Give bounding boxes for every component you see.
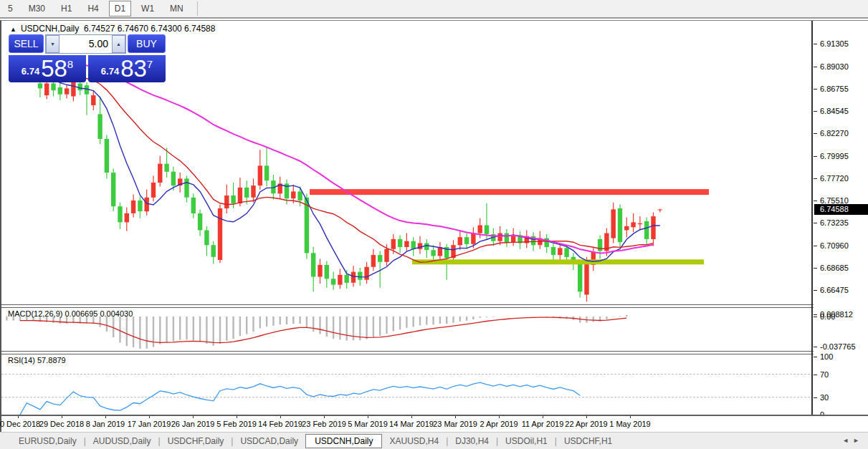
date-tick — [630, 416, 631, 418]
sell-price-main: 58 — [41, 58, 67, 79]
date-axis-label: 11 Apr 2019 — [522, 420, 564, 428]
axis-tick — [814, 44, 817, 44]
date-tick — [280, 416, 281, 418]
price-axis-label: 6.77720 — [820, 174, 849, 183]
volume-spinner: ▼ 5.00 ▲ — [45, 34, 126, 54]
date-tick — [411, 416, 412, 418]
date-tick — [149, 416, 150, 418]
timeframe-toolbar: 5M30H1H4D1W1MN — [0, 0, 868, 19]
sell-price-display[interactable]: 6.74 58 8 — [9, 54, 86, 82]
date-axis-label: 14 Mar 2019 — [389, 420, 434, 428]
macd-axis-label: -0.037765 — [820, 342, 856, 351]
macd-axis-label: 0.00 — [820, 312, 835, 321]
buy-button[interactable]: BUY — [128, 34, 166, 53]
date-tick — [586, 416, 587, 418]
one-click-trading-panel: SELL ▼ 5.00 ▲ BUY 6.74 58 8 6.74 83 7 — [9, 34, 166, 82]
chart-tab-usdoil-h1[interactable]: USDOil,H1 — [498, 434, 555, 448]
chart-window: ▲USDCNH,Daily 6.74527 6.74670 6.74300 6.… — [0, 20, 868, 432]
collapse-triangle-icon[interactable]: ▲ — [10, 26, 16, 33]
macd-indicator-panel[interactable]: MACD(12,26,9) 0.006695 0.004030 — [1, 308, 811, 351]
rsi-canvas[interactable] — [1, 354, 811, 415]
price-axis-label: 6.82270 — [820, 129, 849, 137]
trading-terminal: 5M30H1H4D1W1MN ▲USDCNH,Daily 6.74527 6.7… — [0, 0, 868, 449]
chart-tab-xauusd-h4[interactable]: XAUUSD,H4 — [382, 434, 446, 448]
date-axis-label: 26 Jan 2019 — [171, 420, 215, 428]
price-axis-label: 6.68685 — [820, 264, 849, 272]
chart-tab-dj30-h4[interactable]: DJ30,H4 — [448, 434, 496, 448]
date-axis-label: 5 Mar 2019 — [348, 420, 388, 428]
date-axis-label: 8 Jan 2019 — [86, 420, 125, 428]
sell-button[interactable]: SELL — [9, 34, 44, 53]
axis-tick — [814, 201, 817, 201]
timeframe-button-d1[interactable]: D1 — [109, 1, 131, 16]
date-tick — [105, 416, 106, 418]
volume-decrease-button[interactable]: ▼ — [46, 35, 59, 53]
axis-tick — [814, 347, 817, 347]
chart-tab-eurusd-daily[interactable]: EURUSD,Daily — [11, 434, 84, 448]
date-tick — [499, 416, 500, 418]
timeframe-button-h4[interactable]: H4 — [82, 1, 104, 16]
timeframe-button-m30[interactable]: M30 — [23, 1, 51, 16]
axis-tick — [814, 133, 817, 134]
rsi-label: RSI(14) 57.8879 — [8, 356, 66, 364]
sell-price-prefix: 6.74 — [22, 66, 39, 77]
date-tick — [193, 416, 194, 418]
timeframe-button-h1[interactable]: H1 — [55, 1, 77, 16]
axis-tick — [814, 111, 817, 112]
chart-tab-usdcnh-daily[interactable]: USDCNH,Daily — [305, 434, 382, 448]
chart-tab-usdchf-daily[interactable]: USDCHF,Daily — [161, 434, 232, 448]
axis-tick — [814, 375, 817, 375]
timeframe-button-w1[interactable]: W1 — [135, 1, 160, 16]
date-axis-label: 23 Feb 2019 — [302, 420, 346, 428]
axis-separator-line — [811, 21, 813, 415]
tab-scroll-arrows[interactable]: ◄► — [842, 437, 864, 444]
trade-controls-row: SELL ▼ 5.00 ▲ BUY — [9, 34, 166, 54]
date-tick — [18, 416, 19, 418]
chart-tab-usdcad-daily[interactable]: USDCAD,Daily — [233, 434, 305, 448]
axis-tick — [814, 317, 817, 317]
timeframe-button-5[interactable]: 5 — [2, 1, 19, 16]
axis-tick — [814, 178, 817, 179]
date-axis-label: 23 Mar 2019 — [433, 420, 477, 428]
axis-tick — [814, 246, 817, 246]
price-axis-label: 6.86755 — [820, 85, 849, 93]
date-axis[interactable]: 20 Dec 201829 Dec 20188 Jan 201917 Jan 2… — [1, 415, 868, 433]
date-axis-label: 14 Feb 2019 — [258, 420, 302, 428]
date-tick — [368, 416, 368, 418]
tab-scroll-left-icon: ◄ — [842, 437, 853, 444]
date-axis-label: 20 Dec 2018 — [0, 420, 40, 428]
rsi-axis-label: 70 — [820, 370, 829, 379]
date-tick — [324, 416, 325, 418]
volume-input[interactable]: 5.00 — [59, 35, 112, 53]
chart-title: USDCNH,Daily — [21, 24, 79, 34]
price-axis-label: 6.84545 — [820, 107, 849, 115]
date-axis-label: 5 Feb 2019 — [216, 420, 257, 428]
sell-price-pip: 8 — [67, 58, 73, 70]
timeframe-button-mn[interactable]: MN — [164, 1, 189, 16]
axis-tick — [814, 223, 817, 223]
axis-tick — [814, 89, 817, 90]
price-axis[interactable]: 6.74588 6.913056.890306.867556.845456.82… — [814, 21, 868, 415]
date-tick — [62, 416, 62, 418]
axis-tick — [814, 397, 817, 398]
volume-increase-button[interactable]: ▲ — [112, 35, 125, 53]
chart-tab-bar: EURUSD,Daily|AUDUSD,Daily|USDCHF,Daily|U… — [0, 432, 868, 449]
axis-tick — [814, 357, 817, 357]
chart-ohlc-values: 6.74527 6.74670 6.74300 6.74588 — [84, 24, 216, 34]
tab-scroll-right-icon: ► — [853, 437, 864, 444]
price-axis-label: 6.89030 — [820, 62, 849, 71]
toolbar-separator — [197, 1, 198, 16]
rsi-axis-label: 30 — [820, 393, 829, 402]
date-tick — [237, 416, 237, 418]
price-axis-label: 6.75510 — [820, 196, 849, 205]
date-axis-label: 1 May 2019 — [609, 420, 650, 428]
rsi-indicator-panel[interactable]: RSI(14) 57.8879 — [1, 354, 811, 415]
price-axis-label: 6.66475 — [820, 286, 849, 294]
buy-price-display[interactable]: 6.74 83 7 — [88, 54, 166, 82]
price-axis-label: 6.73235 — [820, 218, 849, 227]
chart-tab-audusd-daily[interactable]: AUDUSD,Daily — [86, 434, 158, 448]
chart-tab-usdchf-h1[interactable]: USDCHF,H1 — [557, 434, 619, 448]
date-axis-label: 22 Apr 2019 — [565, 420, 607, 428]
price-axis-label: 6.70960 — [820, 241, 849, 250]
axis-tick — [814, 67, 817, 67]
